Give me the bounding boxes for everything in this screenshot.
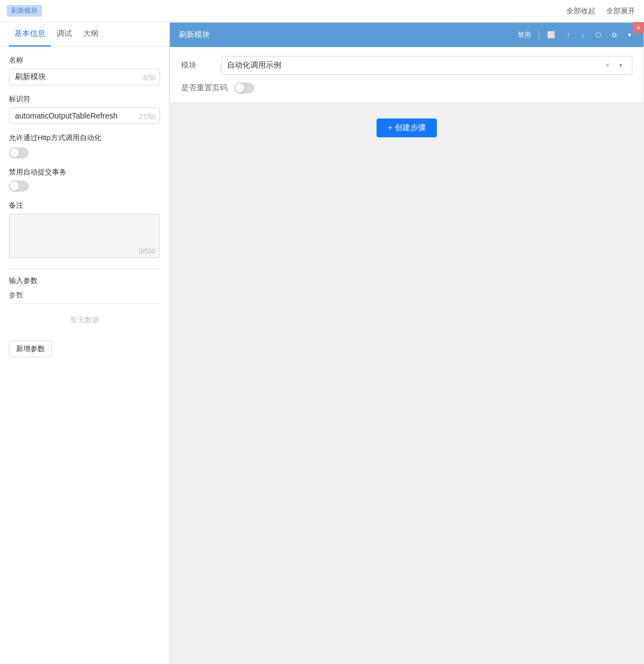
- right-panel: × 刷新模块 禁用 ⬜ ↑ ↓: [169, 22, 644, 664]
- tab-outline[interactable]: 大纲: [78, 22, 104, 47]
- module-toggle-row: 是否重置页码: [181, 83, 632, 94]
- transaction-toggle[interactable]: [9, 181, 29, 192]
- collapse-all-btn[interactable]: 全部收起: [564, 5, 597, 17]
- name-section: 名称 4/50: [9, 55, 160, 85]
- identifier-section: 标识符 27/50: [9, 94, 160, 124]
- save-icon-btn[interactable]: ⬜: [544, 29, 559, 40]
- http-toggle[interactable]: [9, 147, 29, 158]
- identifier-label: 标识符: [9, 94, 160, 104]
- breadcrumb-tag: 刷新模块: [7, 5, 42, 17]
- tab-debug[interactable]: 调试: [51, 22, 78, 47]
- module-card-header: 刷新模块 禁用 ⬜ ↑ ↓ ⬡: [170, 23, 643, 47]
- download-icon: ↓: [581, 31, 584, 39]
- top-bar: 刷新模块 全部收起 全部展开: [0, 0, 644, 22]
- select-expand-icon[interactable]: ▾: [615, 60, 626, 71]
- copy-icon: ⧉: [612, 31, 617, 39]
- right-panel-inner: × 刷新模块 禁用 ⬜ ↑ ↓: [169, 22, 644, 148]
- transaction-label: 禁用自动提交事务: [9, 167, 160, 177]
- create-step-btn[interactable]: + 创建步骤: [377, 119, 436, 137]
- download-icon-btn[interactable]: ↓: [578, 29, 588, 40]
- module-field-label: 模块: [181, 60, 214, 70]
- add-param-btn[interactable]: 新增参数: [9, 341, 52, 357]
- module-card-title: 刷新模块: [179, 30, 510, 40]
- copy-icon-btn[interactable]: ⧉: [609, 29, 620, 40]
- params-empty: 暂无数据: [9, 306, 160, 334]
- select-close-icon[interactable]: ×: [602, 60, 613, 71]
- http-section: 允许通过Http方式调用自动化: [9, 133, 160, 158]
- module-select-icons: × ▾: [602, 60, 626, 71]
- reset-code-label: 是否重置页码: [181, 83, 228, 93]
- divider: [9, 269, 160, 269]
- reset-code-toggle[interactable]: [234, 83, 254, 94]
- delete-icon-btn[interactable]: ⬡: [592, 29, 604, 40]
- identifier-input[interactable]: [9, 107, 160, 124]
- module-select-value: 自动化调用示例: [227, 60, 602, 70]
- header-divider-1: [539, 30, 539, 39]
- params-section: 输入参数 参数 暂无数据 新增参数: [9, 276, 160, 357]
- http-label: 允许通过Http方式调用自动化: [9, 133, 101, 143]
- remark-wrapper: 0/500: [9, 214, 160, 260]
- disable-btn[interactable]: 禁用: [514, 29, 534, 42]
- top-bar-right: 全部收起 全部展开: [564, 5, 637, 17]
- identifier-counter: 27/50: [139, 113, 156, 121]
- upload-icon: ↑: [566, 31, 570, 39]
- module-select-wrapper[interactable]: 自动化调用示例 × ▾: [221, 56, 632, 75]
- params-table-header: 参数: [9, 290, 160, 304]
- tab-basic[interactable]: 基本信息: [9, 22, 51, 47]
- left-panel: 基本信息 调试 大纲 名称 4/50 标识符 27/50: [0, 22, 169, 664]
- name-input-wrapper: 4/50: [9, 69, 160, 85]
- params-col-header: 参数: [9, 290, 160, 300]
- expand-all-btn[interactable]: 全部展开: [604, 5, 637, 17]
- http-switch-row: 允许通过Http方式调用自动化: [9, 133, 160, 143]
- module-card: 刷新模块 禁用 ⬜ ↑ ↓ ⬡: [169, 22, 644, 103]
- remark-textarea[interactable]: [9, 214, 160, 258]
- main-layout: 基本信息 调试 大纲 名称 4/50 标识符 27/50: [0, 22, 644, 664]
- create-step-area: + 创建步骤: [169, 107, 644, 148]
- upload-icon-btn[interactable]: ↑: [563, 29, 573, 40]
- delete-icon: ⬡: [595, 31, 601, 39]
- transaction-section: 禁用自动提交事务: [9, 167, 160, 192]
- identifier-input-wrapper: 27/50: [9, 107, 160, 124]
- module-field-row: 模块 自动化调用示例 × ▾: [181, 56, 632, 75]
- params-title: 输入参数: [9, 276, 160, 286]
- module-card-body: 模块 自动化调用示例 × ▾ 是否重置页码: [170, 47, 643, 102]
- name-input[interactable]: [9, 69, 160, 85]
- module-card-container: × 刷新模块 禁用 ⬜ ↑ ↓: [169, 22, 644, 103]
- remark-counter: 0/500: [139, 248, 156, 255]
- name-counter: 4/50: [143, 74, 156, 82]
- save-icon: ⬜: [547, 31, 555, 39]
- tabs-bar: 基本信息 调试 大纲: [0, 22, 169, 47]
- remark-section: 备注 0/500: [9, 200, 160, 260]
- module-close-btn[interactable]: ×: [633, 22, 644, 33]
- chevron-down-icon: ▾: [628, 31, 631, 39]
- remark-label: 备注: [9, 200, 160, 210]
- name-label: 名称: [9, 55, 160, 65]
- left-content: 名称 4/50 标识符 27/50 允许通过Http方式调用自动化: [0, 47, 169, 664]
